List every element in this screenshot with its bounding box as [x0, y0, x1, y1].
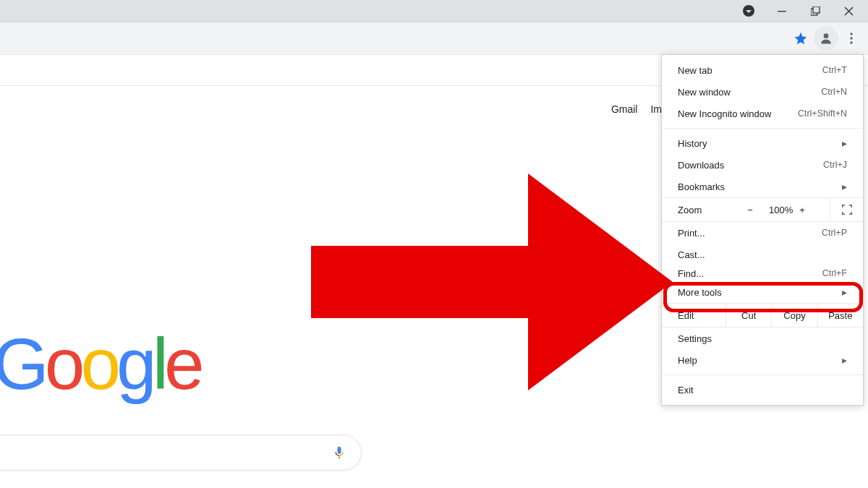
minimize-icon: [778, 7, 786, 15]
close-icon: [844, 7, 854, 16]
zoom-controls: − 100% +: [723, 205, 830, 215]
logo-letter: g: [116, 323, 153, 404]
star-icon: [793, 31, 808, 46]
menu-item-new-window[interactable]: New window Ctrl+N: [662, 81, 863, 103]
google-top-links: Gmail Im: [611, 103, 662, 115]
menu-label: New tab: [678, 65, 712, 76]
menu-label: Downloads: [678, 160, 724, 171]
window-maximize-button[interactable]: [799, 0, 832, 22]
edit-copy-button[interactable]: Copy: [771, 304, 817, 327]
menu-item-zoom: Zoom − 100% +: [662, 197, 863, 222]
menu-shortcut: Ctrl+F: [822, 268, 847, 278]
person-icon: [819, 31, 833, 46]
menu-label: New Incognito window: [678, 108, 771, 119]
menu-shortcut: Ctrl+Shift+N: [798, 108, 847, 119]
kebab-icon: [845, 32, 858, 45]
google-logo: Google: [0, 322, 200, 406]
submenu-arrow-icon: ▸: [842, 181, 847, 192]
profile-button[interactable]: [814, 26, 838, 51]
menu-label: Bookmarks: [678, 181, 725, 192]
window-titlebar: [0, 0, 868, 22]
menu-label: Settings: [678, 333, 712, 344]
menu-item-print[interactable]: Print... Ctrl+P: [662, 222, 863, 244]
logo-letter: o: [45, 323, 81, 404]
menu-shortcut: Ctrl+T: [822, 65, 847, 75]
shield-dropdown-icon: [742, 4, 755, 17]
menu-item-edit: Edit Cut Copy Paste: [662, 303, 863, 328]
logo-letter: o: [80, 323, 116, 404]
chrome-menu-button[interactable]: [839, 26, 864, 51]
gmail-link[interactable]: Gmail: [611, 103, 638, 115]
submenu-arrow-icon: ▸: [842, 286, 847, 298]
svg-rect-3: [813, 7, 820, 13]
microphone-icon[interactable]: [332, 444, 346, 461]
submenu-arrow-icon: ▸: [842, 137, 847, 149]
menu-item-downloads[interactable]: Downloads Ctrl+J: [662, 154, 863, 176]
svg-point-9: [850, 41, 852, 43]
menu-label: Exit: [678, 385, 694, 395]
menu-label: More tools: [678, 287, 722, 298]
svg-point-6: [824, 33, 829, 38]
edit-paste-button[interactable]: Paste: [817, 304, 863, 327]
edit-cut-button[interactable]: Cut: [726, 304, 771, 327]
menu-item-new-tab[interactable]: New tab Ctrl+T: [662, 59, 863, 81]
menu-separator: [662, 128, 863, 129]
browser-toolbar: [0, 22, 868, 55]
menu-shortcut: Ctrl+J: [823, 160, 847, 170]
zoom-in-button[interactable]: +: [795, 205, 809, 215]
svg-point-7: [850, 33, 852, 35]
search-input[interactable]: [0, 435, 362, 471]
menu-item-history[interactable]: History ▸: [662, 132, 863, 154]
menu-label: Help: [678, 355, 697, 366]
edit-label: Edit: [662, 310, 726, 321]
svg-point-8: [850, 37, 852, 39]
security-indicator[interactable]: [732, 0, 765, 22]
bookmark-star-button[interactable]: [788, 26, 813, 51]
menu-shortcut: Ctrl+P: [822, 228, 847, 238]
menu-item-help[interactable]: Help ▸: [662, 349, 863, 371]
menu-item-exit[interactable]: Exit: [662, 379, 863, 401]
menu-item-incognito[interactable]: New Incognito window Ctrl+Shift+N: [662, 103, 863, 124]
menu-separator: [662, 374, 863, 375]
maximize-icon: [811, 7, 820, 16]
menu-item-more-tools[interactable]: More tools ▸: [662, 281, 863, 303]
chrome-main-menu: New tab Ctrl+T New window Ctrl+N New Inc…: [661, 54, 864, 406]
zoom-out-button[interactable]: −: [743, 205, 757, 215]
window-minimize-button[interactable]: [765, 0, 799, 22]
menu-label: Print...: [678, 228, 705, 239]
logo-letter: e: [164, 323, 200, 404]
svg-rect-1: [778, 11, 786, 12]
zoom-value: 100%: [769, 205, 783, 215]
menu-item-cast[interactable]: Cast...: [662, 244, 863, 265]
menu-item-find[interactable]: Find... Ctrl+F: [662, 265, 863, 281]
menu-shortcut: Ctrl+N: [821, 87, 847, 97]
menu-label: History: [678, 138, 707, 149]
images-link[interactable]: Im: [650, 103, 662, 115]
menu-label: New window: [678, 87, 731, 98]
submenu-arrow-icon: ▸: [842, 354, 847, 366]
window-close-button[interactable]: [832, 0, 865, 22]
menu-label: Find...: [678, 268, 704, 279]
fullscreen-icon: [842, 205, 852, 215]
menu-item-bookmarks[interactable]: Bookmarks ▸: [662, 176, 863, 197]
menu-label: Cast...: [678, 249, 705, 260]
fullscreen-button[interactable]: [830, 198, 863, 221]
menu-item-settings[interactable]: Settings: [662, 328, 863, 349]
zoom-label: Zoom: [662, 205, 723, 215]
logo-letter: l: [153, 323, 164, 404]
logo-letter: G: [0, 323, 45, 404]
